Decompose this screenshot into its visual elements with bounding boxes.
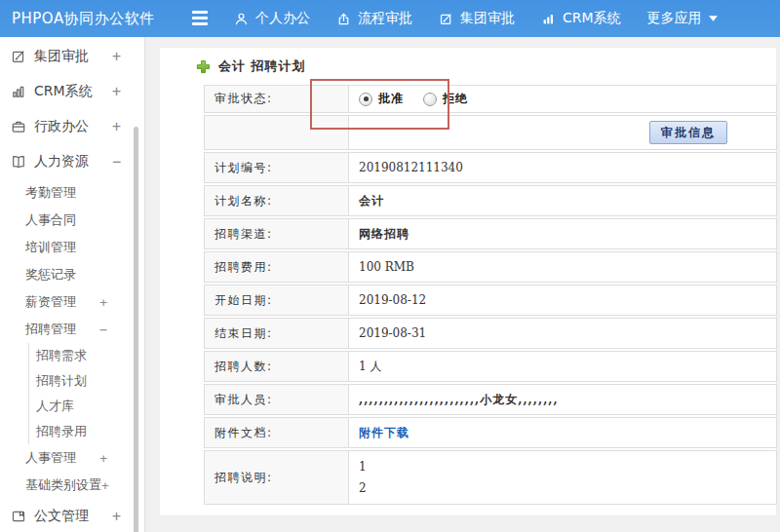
sidebar: 集团审批+CRM系统+行政办公+人力资源−考勤管理人事合同培训管理奖惩记录薪资管… — [0, 37, 145, 532]
approval-info-button[interactable]: 审批信息 — [649, 121, 727, 144]
sidebar-item-label: 行政办公 — [34, 118, 89, 135]
sidebar-item-recruit-hire[interactable]: 招聘录用 — [0, 419, 144, 444]
caret-down-icon — [709, 16, 718, 21]
form-row-plan-number: 计划编号:20190812111340 — [204, 152, 777, 183]
sidebar-item-label: 集团审批 — [34, 48, 89, 65]
recruit-cost-label: 招聘费用: — [205, 252, 349, 282]
recruit-note-line: 1 — [359, 460, 367, 474]
approve-radio-label[interactable]: 批准 — [378, 91, 404, 107]
plus-icon[interactable]: + — [112, 48, 121, 65]
recruit-note-value: 12 — [349, 451, 776, 504]
approve-radio[interactable] — [359, 93, 372, 106]
form-row-recruit-cost: 招聘费用:100 RMB — [204, 251, 777, 283]
plus-icon[interactable]: + — [112, 118, 121, 135]
page-title-text: 会计 招聘计划 — [218, 57, 306, 75]
minus-icon[interactable]: − — [112, 153, 121, 171]
plus-icon[interactable]: + — [99, 451, 107, 466]
sidebar-item-human-resources[interactable]: 人力资源− — [0, 144, 144, 179]
plus-icon[interactable]: + — [99, 295, 107, 310]
status-label: 审批状态: — [205, 86, 349, 112]
nav-item-personal-office[interactable]: 个人办公 — [234, 10, 310, 27]
approvers-value: ,,,,,,,,,,,,,,,,,,,,,,,,小龙女,,,,,,,, — [349, 385, 776, 414]
sidebar-item-admin-office[interactable]: 行政办公+ — [0, 109, 144, 144]
topbar: PHPOA协同办公软件 个人办公流程审批集团审批CRM系统更多应用 — [0, 0, 780, 37]
app-logo: PHPOA协同办公软件 — [12, 0, 155, 37]
sidebar-item-label: 招聘计划 — [36, 372, 87, 390]
reject-radio[interactable] — [423, 93, 437, 106]
sidebar-item-hr-contract[interactable]: 人事合同 — [0, 207, 144, 234]
sidebar-item-talent-pool[interactable]: 人才库 — [0, 394, 144, 419]
page-title: 会计 招聘计划 — [196, 57, 776, 75]
sidebar-item-recruit-demand[interactable]: 招聘需求 — [0, 343, 144, 368]
form-row-start-date: 开始日期:2019-08-12 — [204, 285, 777, 316]
start-date-value: 2019-08-12 — [349, 285, 776, 315]
sidebar-item-basic-category-settings[interactable]: 基础类别设置+ — [0, 472, 144, 499]
sidebar-scrollbar[interactable] — [134, 127, 138, 532]
approvers-label: 审批人员: — [205, 385, 349, 414]
recruit-channel-label: 招聘渠道: — [205, 219, 349, 248]
process-approval-icon — [336, 12, 351, 26]
sidebar-item-label: 人事合同 — [25, 211, 76, 229]
end-date-value: 2019-08-31 — [349, 319, 776, 348]
sidebar-item-label: 人才库 — [36, 398, 74, 415]
sidebar-item-training-management[interactable]: 培训管理 — [0, 234, 144, 261]
recruit-count-label: 招聘人数: — [205, 352, 349, 381]
form-row-end-date: 结束日期:2019-08-31 — [204, 318, 777, 349]
form-row-attachment: 附件文档:附件下载 — [204, 417, 777, 448]
sidebar-item-salary-management[interactable]: 薪资管理+ — [0, 288, 144, 316]
topbar-nav: 个人办公流程审批集团审批CRM系统更多应用 — [234, 0, 718, 37]
sidebar-item-recruit-management[interactable]: 招聘管理− — [0, 316, 144, 343]
sidebar-item-label: 招聘管理 — [25, 321, 76, 338]
plus-icon[interactable]: + — [112, 508, 121, 525]
briefcase-icon — [10, 119, 26, 135]
content-panel: 会计 招聘计划 审批状态: 批准 拒绝 审批信息 计划编号:2019081211… — [159, 47, 777, 516]
sidebar-item-label: 公文管理 — [34, 508, 89, 525]
sidebar-item-label: 薪资管理 — [25, 293, 76, 311]
book-icon — [10, 154, 26, 171]
attachment-value: 附件下载 — [349, 418, 776, 447]
sidebar-item-document-management[interactable]: 公文管理+ — [0, 499, 144, 532]
start-date-label: 开始日期: — [205, 285, 349, 315]
recruit-count-value: 1 人 — [349, 352, 776, 381]
sidebar-item-group-approval[interactable]: 集团审批+ — [0, 39, 144, 74]
sidebar-item-label: 培训管理 — [25, 239, 76, 256]
bar-chart-icon — [541, 12, 556, 26]
plan-number-label: 计划编号: — [205, 153, 349, 182]
form-row-status: 审批状态: 批准 拒绝 — [204, 85, 777, 113]
plan-name-value: 会计 — [349, 186, 776, 215]
recruit-channel-value: 网络招聘 — [349, 219, 776, 248]
form-row-approve-button: 审批信息 — [204, 115, 777, 150]
sidebar-item-label: 人事管理 — [25, 449, 76, 467]
nav-item-process-approval[interactable]: 流程审批 — [336, 10, 412, 27]
bar-chart-icon — [10, 84, 26, 100]
minus-icon[interactable]: − — [99, 323, 107, 337]
nav-item-group-approval[interactable]: 集团审批 — [439, 10, 515, 27]
nav-item-label: 更多应用 — [647, 10, 702, 27]
sidebar-item-label: 基础类别设置 — [25, 476, 101, 494]
document-icon — [10, 509, 26, 525]
sidebar-item-recruit-plan[interactable]: 招聘计划 — [0, 368, 144, 394]
plus-icon[interactable]: + — [101, 478, 109, 493]
plus-icon[interactable]: + — [112, 83, 121, 100]
nav-item-label: 个人办公 — [255, 10, 310, 27]
nav-item-crm-system[interactable]: CRM系统 — [541, 10, 621, 27]
person-icon — [234, 12, 249, 26]
form-row-recruit-count: 招聘人数:1 人 — [204, 351, 777, 382]
plus-icon — [196, 59, 211, 74]
attachment-link[interactable]: 附件下载 — [359, 425, 410, 441]
nav-item-label: 流程审批 — [358, 10, 412, 27]
sidebar-item-label: 奖惩记录 — [25, 266, 76, 284]
edit-square-icon — [10, 49, 26, 65]
hamburger-menu-icon[interactable] — [192, 11, 210, 26]
recruit-note-line: 2 — [359, 481, 367, 495]
recruit-note-label: 招聘说明: — [205, 451, 349, 504]
sidebar-item-personnel-management[interactable]: 人事管理+ — [0, 444, 144, 472]
sidebar-item-attendance-management[interactable]: 考勤管理 — [0, 179, 144, 207]
reject-radio-label[interactable]: 拒绝 — [443, 91, 468, 107]
nav-item-more-apps[interactable]: 更多应用 — [647, 10, 718, 27]
sidebar-item-crm-system[interactable]: CRM系统+ — [0, 74, 144, 109]
form-row-plan-name: 计划名称:会计 — [204, 185, 777, 216]
sidebar-item-label: CRM系统 — [34, 83, 93, 100]
sidebar-item-reward-punishment[interactable]: 奖惩记录 — [0, 261, 144, 288]
recruit-cost-value: 100 RMB — [349, 252, 776, 282]
